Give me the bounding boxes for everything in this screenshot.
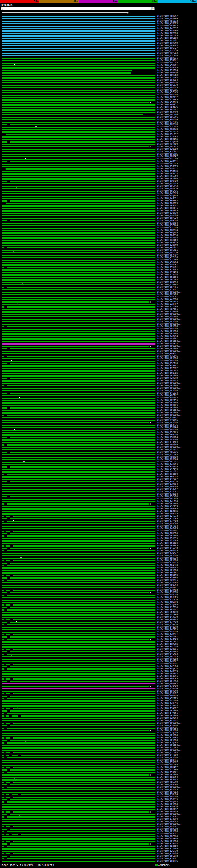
- hit-label[interactable]: UniRef100_UP1000...: [157, 709, 182, 712]
- hit-label[interactable]: UniRef100_B4M8Y1: [157, 633, 177, 636]
- hit-label[interactable]: UniRef100_A2R9R9: [157, 377, 177, 379]
- hit-label[interactable]: UniRef100_UP1000...: [157, 830, 182, 833]
- alignment-bar[interactable]: [7, 355, 156, 357]
- alignment-bar[interactable]: [2, 97, 156, 98]
- alignment-bar[interactable]: [10, 378, 156, 379]
- hit-label[interactable]: UniRef100_A5PKY6: [157, 838, 177, 840]
- alignment-bar[interactable]: [2, 311, 156, 313]
- hit-label[interactable]: UniRef100_Q5TVA6: [157, 700, 177, 702]
- hit-label[interactable]: UniRef100_UP1000...: [157, 756, 182, 759]
- alignment-bar[interactable]: [5, 604, 10, 606]
- hit-label[interactable]: UniRef100_A8PTU2: [157, 394, 177, 397]
- alignment-bar[interactable]: [7, 713, 156, 714]
- hit-label[interactable]: UniRef100_UP1000...: [157, 382, 182, 384]
- hit-label[interactable]: UniRef100_C0HAT2: [157, 766, 177, 769]
- alignment-bar[interactable]: [2, 439, 156, 441]
- alignment-bar[interactable]: [2, 471, 156, 473]
- alignment-bar[interactable]: [10, 518, 156, 520]
- alignment-bar[interactable]: [7, 787, 156, 788]
- alignment-bar[interactable]: [2, 149, 156, 150]
- hit-label[interactable]: UniRef100_Q7Q9W5: [157, 603, 177, 606]
- hit-label[interactable]: UniRef100_Q6PBL8: [157, 835, 177, 838]
- alignment-bar[interactable]: [2, 516, 4, 517]
- hit-label[interactable]: UniRef100_B4BW29: [157, 527, 177, 530]
- alignment-bar[interactable]: [2, 740, 7, 741]
- alignment-bar[interactable]: [5, 545, 10, 547]
- alignment-bar[interactable]: [5, 619, 10, 620]
- hit-label[interactable]: UniRef100_B7Z8N2: [157, 367, 177, 370]
- hit-label[interactable]: UniRef100_B6K0H1: [157, 571, 177, 574]
- alignment-bar[interactable]: [2, 853, 4, 855]
- hit-label[interactable]: UniRef100_Q6NYF4: [157, 776, 177, 778]
- hit-label[interactable]: UniRef100_A9ZSY2: [157, 611, 177, 613]
- alignment-bar[interactable]: [2, 661, 156, 662]
- hit-label[interactable]: UniRef100_B0W0N8: [157, 618, 177, 621]
- hit-label[interactable]: UniRef100_Q6DHH1: [157, 759, 177, 761]
- alignment-bar[interactable]: [2, 851, 156, 852]
- alignment-bar[interactable]: [7, 326, 156, 327]
- hit-label[interactable]: UniRef100_B4NVT6: [157, 662, 177, 665]
- alignment-bar[interactable]: [2, 422, 149, 423]
- alignment-bar[interactable]: [2, 412, 156, 413]
- alignment-bar[interactable]: [2, 136, 156, 137]
- alignment-bar[interactable]: [2, 402, 156, 404]
- alignment-bar[interactable]: [10, 592, 149, 593]
- alignment-bar[interactable]: [5, 516, 10, 517]
- hit-label[interactable]: UniRef100_UP1000...: [157, 325, 182, 328]
- hit-label[interactable]: UniRef100_Q55EL3: [157, 542, 177, 545]
- hit-label[interactable]: UniRef100_C5Y7T9: [157, 182, 177, 185]
- hit-label[interactable]: UniRef100_B4LP10: [157, 500, 177, 502]
- alignment-bar[interactable]: [2, 831, 4, 832]
- alignment-bar[interactable]: [5, 678, 10, 680]
- alignment-bar[interactable]: [13, 693, 156, 694]
- alignment-bar[interactable]: [2, 821, 156, 823]
- alignment-bar[interactable]: [2, 607, 7, 608]
- hit-label[interactable]: UniRef100_Q4E7M0: [157, 438, 177, 441]
- alignment-bar[interactable]: [10, 770, 156, 771]
- hit-label[interactable]: UniRef100_UP1000...: [157, 323, 182, 325]
- alignment-bar[interactable]: [2, 95, 156, 96]
- hit-label[interactable]: UniRef100_Q2M0K4: [157, 717, 177, 719]
- hit-label[interactable]: UniRef100_C3KHV0: [157, 315, 177, 318]
- hit-label[interactable]: UniRef100_A3LYF9: [157, 175, 177, 177]
- hit-label[interactable]: UniRef100_A6S9H3: [157, 162, 177, 165]
- alignment-bar[interactable]: [2, 314, 156, 315]
- alignment-bar[interactable]: [2, 454, 156, 456]
- alignment-bar[interactable]: [2, 129, 156, 130]
- hit-label[interactable]: UniRef100_Q31289: [157, 539, 177, 542]
- alignment-bar[interactable]: [2, 287, 4, 288]
- alignment-bar[interactable]: [5, 755, 9, 756]
- alignment-bar[interactable]: [13, 634, 156, 635]
- hit-label[interactable]: UniRef100_A6N6T1: [157, 352, 177, 355]
- alignment-bar[interactable]: [2, 183, 156, 184]
- hit-label[interactable]: UniRef100_B5DE26: [157, 805, 177, 808]
- hit-label[interactable]: UniRef100_C4QP79: [157, 441, 177, 443]
- hit-label[interactable]: UniRef100_A8E7K9: [157, 781, 177, 783]
- alignment-bar[interactable]: [7, 385, 156, 386]
- alignment-bar[interactable]: [2, 802, 4, 803]
- hit-label[interactable]: UniRef100_B9GH27: [157, 47, 177, 49]
- hit-label[interactable]: UniRef100_Q4BX14: [157, 335, 177, 338]
- alignment-bar[interactable]: [10, 563, 156, 564]
- alignment-bar[interactable]: [2, 131, 156, 133]
- hit-label[interactable]: UniRef100_Q6L464: [157, 278, 177, 281]
- alignment-bar[interactable]: [2, 706, 156, 707]
- alignment-bar[interactable]: [2, 580, 4, 581]
- alignment-bar[interactable]: [2, 257, 156, 258]
- alignment-bar[interactable]: [2, 631, 156, 633]
- hit-label[interactable]: UniRef100_A2ICW9: [157, 305, 177, 308]
- hit-label[interactable]: UniRef100_A2BGL3: [157, 788, 177, 791]
- hit-label[interactable]: UniRef100_Q9CTH8: [157, 362, 177, 365]
- alignment-bar[interactable]: [2, 227, 156, 229]
- hit-label[interactable]: UniRef100_B2GUV7: [157, 825, 177, 828]
- alignment-bar[interactable]: [2, 321, 156, 322]
- alignment-bar[interactable]: [2, 560, 4, 561]
- hit-label[interactable]: UniRef100_Q1DTL4: [157, 222, 177, 224]
- alignment-bar[interactable]: [2, 599, 156, 601]
- hit-label[interactable]: UniRef100_B9WHQ0: [157, 180, 177, 182]
- alignment-bar[interactable]: [2, 259, 156, 261]
- alignment-bar[interactable]: [7, 802, 156, 803]
- hit-label[interactable]: UniRef100_A9RKT1: [157, 579, 177, 581]
- hit-label[interactable]: UniRef100_B3S9T6: [157, 591, 177, 594]
- alignment-bar[interactable]: [2, 43, 156, 44]
